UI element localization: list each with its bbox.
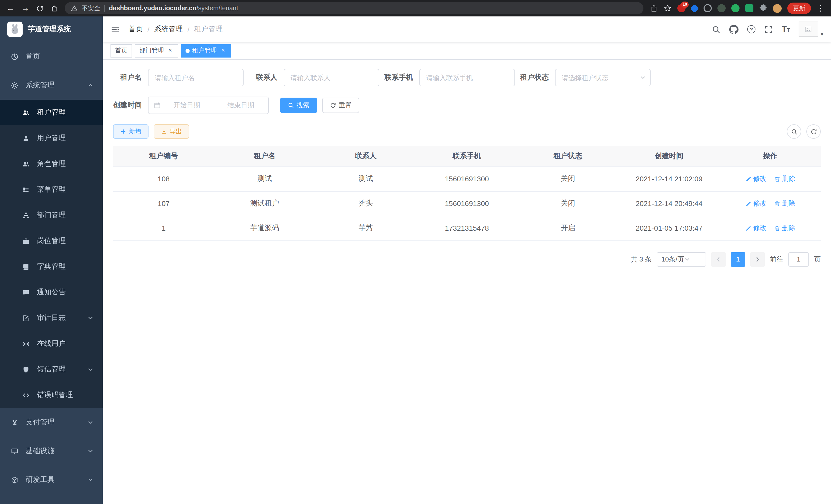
logo-row[interactable]: 芋道管理系统 (0, 17, 103, 42)
font-size-icon[interactable]: TT (782, 25, 790, 34)
sidebar-item-online-user[interactable]: 在线用户 (0, 331, 103, 357)
home-icon[interactable] (50, 4, 58, 12)
phone-label: 联系手机 (384, 73, 419, 82)
user-avatar[interactable]: ▾ (799, 22, 823, 37)
sidebar-item-system[interactable]: 系统管理 (0, 71, 103, 100)
user-icon (22, 135, 30, 142)
chevron-down-icon (87, 448, 93, 454)
extension-icon-3[interactable] (704, 4, 712, 12)
calendar-icon (154, 102, 161, 109)
extension-icon-5[interactable] (731, 4, 740, 12)
sidebar-item-label: 字典管理 (37, 262, 66, 271)
trash-icon (774, 225, 780, 232)
table-row: 107 测试租户 秃头 15601691300 关闭 2021-12-14 20… (113, 191, 821, 216)
sidebar-item-dict[interactable]: 字典管理 (0, 254, 103, 279)
sidebar-item-tenant[interactable]: 租户管理 (0, 100, 103, 125)
tag-home[interactable]: 首页 (111, 44, 132, 57)
delete-button[interactable]: 删除 (774, 199, 795, 208)
search-icon[interactable] (712, 25, 720, 34)
cell-id: 107 (113, 191, 214, 216)
cell-status: 开启 (517, 216, 619, 240)
delete-label: 删除 (782, 224, 795, 233)
right-toolbar (787, 124, 821, 139)
tag-tenant-active[interactable]: 租户管理 × (181, 44, 231, 57)
tenant-name-input[interactable] (148, 69, 243, 86)
profile-avatar[interactable] (773, 4, 782, 12)
update-button[interactable]: 更新 (787, 3, 811, 14)
address-bar[interactable]: 不安全 dashboard.yudao.iocoder.cn/system/te… (65, 2, 643, 14)
plus-icon (120, 128, 126, 135)
github-icon[interactable] (729, 25, 739, 34)
contact-input[interactable] (284, 69, 379, 86)
fullscreen-icon[interactable] (764, 25, 773, 34)
puzzle-icon[interactable] (759, 4, 767, 12)
edit-button[interactable]: 修改 (745, 224, 767, 233)
phone-input[interactable] (419, 69, 515, 86)
caret-down-icon: ▾ (821, 31, 823, 37)
delete-button[interactable]: 删除 (774, 174, 795, 183)
edit-button[interactable]: 修改 (745, 174, 767, 183)
sidebar-item-notice[interactable]: 通知公告 (0, 279, 103, 305)
breadcrumb-system[interactable]: 系统管理 (154, 25, 183, 34)
app-logo (7, 22, 23, 37)
extension-icon-2[interactable] (690, 4, 699, 13)
sidebar-item-post[interactable]: 岗位管理 (0, 228, 103, 254)
sidebar-item-payment[interactable]: ¥ 支付管理 (0, 408, 103, 437)
edit-button[interactable]: 修改 (745, 199, 767, 208)
refresh-table-button[interactable] (806, 124, 821, 139)
extension-icon-1[interactable]: 10 (677, 4, 686, 12)
back-icon[interactable]: ← (6, 4, 15, 12)
hamburger-icon[interactable] (111, 24, 120, 34)
status-select-input[interactable] (555, 69, 651, 86)
sidebar-item-menu[interactable]: 菜单管理 (0, 177, 103, 202)
extension-icon-4[interactable] (717, 4, 726, 12)
sidebar-item-role[interactable]: 角色管理 (0, 151, 103, 177)
table-header-row: 租户编号 租户名 联系人 联系手机 租户状态 创建时间 操作 (113, 146, 821, 167)
tags-view: 首页 部门管理 × 租户管理 × (103, 42, 831, 60)
reload-icon[interactable] (36, 4, 44, 12)
extension-icon-6[interactable] (745, 4, 753, 12)
delete-button[interactable]: 删除 (774, 224, 795, 233)
add-button[interactable]: 新增 (113, 124, 148, 139)
broken-image-icon (799, 22, 818, 37)
trash-icon (774, 200, 780, 207)
breadcrumb-separator: / (188, 25, 190, 33)
export-button-label: 导出 (170, 127, 182, 136)
toggle-search-button[interactable] (787, 124, 801, 139)
filter-phone: 联系手机 (384, 69, 515, 86)
sidebar-item-home[interactable]: 首页 (0, 42, 103, 71)
search-button[interactable]: 搜索 (280, 98, 317, 113)
forward-icon[interactable]: → (21, 4, 29, 12)
page-size-select[interactable]: 10条/页 (657, 252, 706, 266)
cell-status: 关闭 (517, 191, 619, 216)
date-range-picker[interactable]: 开始日期 - 结束日期 (148, 97, 269, 114)
sidebar-item-dept[interactable]: 部门管理 (0, 202, 103, 228)
goto-page-input[interactable] (789, 252, 809, 266)
page-number-current[interactable]: 1 (731, 252, 745, 266)
breadcrumb-home[interactable]: 首页 (128, 25, 143, 34)
export-button[interactable]: 导出 (154, 124, 189, 139)
col-actions: 操作 (719, 146, 821, 167)
edit-label: 修改 (753, 224, 767, 233)
chevron-down-icon (684, 256, 690, 262)
status-select[interactable] (555, 69, 651, 86)
close-icon[interactable]: × (220, 47, 227, 54)
sidebar-item-devtools[interactable]: 研发工具 (0, 466, 103, 494)
close-icon[interactable]: × (167, 47, 174, 54)
prev-page-button[interactable] (711, 252, 726, 266)
sidebar-item-label: 租户管理 (37, 108, 66, 117)
tag-dept[interactable]: 部门管理 × (135, 44, 178, 57)
sidebar-item-error-code[interactable]: 错误码管理 (0, 382, 103, 408)
edit-label: 修改 (753, 199, 767, 208)
reset-button[interactable]: 重置 (322, 98, 359, 113)
sidebar-item-user[interactable]: 用户管理 (0, 125, 103, 151)
sidebar-item-sms[interactable]: 短信管理 (0, 357, 103, 382)
table-row: 1 芋道源码 芋艿 17321315478 开启 2021-01-05 17:0… (113, 216, 821, 240)
bookmark-star-icon[interactable] (663, 4, 672, 12)
help-icon[interactable]: ? (747, 25, 755, 33)
browser-menu-icon[interactable]: ⋮ (816, 4, 825, 12)
next-page-button[interactable] (750, 252, 765, 266)
sidebar-item-infra[interactable]: 基础设施 (0, 437, 103, 466)
sidebar-item-audit-log[interactable]: 审计日志 (0, 305, 103, 331)
share-icon[interactable] (650, 4, 658, 12)
